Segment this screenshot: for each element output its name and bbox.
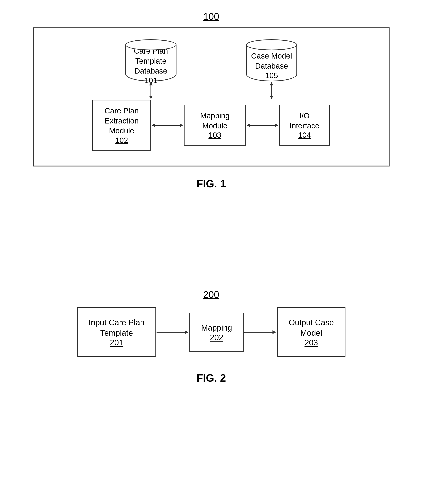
fig2-box1-label: Input Care PlanTemplate [89, 317, 145, 338]
svg-rect-4 [271, 85, 272, 96]
svg-marker-8 [180, 124, 183, 127]
svg-rect-1 [150, 85, 151, 96]
fig2-box2-label: Mapping [201, 323, 232, 333]
module1-label: Care PlanExtractionModule [100, 106, 143, 136]
module3-number: 104 [287, 131, 322, 140]
db1-arrow-svg [147, 81, 155, 100]
svg-marker-13 [185, 330, 188, 334]
fig1-diagram: 100 Care PlanTemplateDatabase 101 Case M… [33, 11, 390, 190]
fig2-box2-number: 202 [201, 333, 232, 342]
db2-cylinder: Case ModelDatabase 105 [242, 39, 301, 81]
db2-label: Case ModelDatabase [251, 51, 292, 71]
module2-number: 103 [192, 131, 238, 140]
m2-m3-arrow-svg [246, 122, 279, 129]
fig2-arrow1 [156, 329, 189, 336]
m2-m3-arrow [246, 122, 279, 129]
fig2-box3: Output CaseModel 203 [277, 307, 346, 357]
fig1-arrows-row [48, 81, 374, 100]
module2-label: MappingModule [192, 111, 238, 131]
svg-rect-12 [156, 332, 185, 333]
fig2-system-label: 200 [33, 289, 390, 300]
module1-box: Care PlanExtractionModule 102 [92, 100, 151, 151]
db1-arrow [122, 81, 180, 100]
module2-box: MappingModule 103 [184, 105, 246, 146]
svg-rect-10 [249, 125, 276, 126]
fig2-box1: Input Care PlanTemplate 201 [77, 307, 156, 357]
db1-body: Care PlanTemplateDatabase 101 [125, 45, 177, 81]
fig2-flow: Input Care PlanTemplate 201 Mapping 202 … [33, 307, 390, 357]
svg-rect-7 [154, 125, 180, 126]
m1-m2-arrow-svg [151, 122, 184, 129]
db2-top [246, 39, 297, 50]
m1-m2-arrow [151, 122, 184, 129]
fig1-system-label: 100 [33, 11, 390, 22]
fig2-box1-number: 201 [89, 338, 145, 347]
fig1-caption: FIG. 1 [33, 177, 390, 190]
fig2-arrow1-svg [156, 329, 189, 336]
fig1-outer-box: Care PlanTemplateDatabase 101 Case Model… [33, 27, 390, 167]
fig2-box3-number: 203 [289, 338, 334, 347]
svg-rect-14 [244, 332, 273, 333]
db1-top [125, 39, 177, 50]
svg-marker-5 [270, 96, 274, 99]
svg-marker-15 [273, 330, 276, 334]
db2-arrow-svg [268, 81, 275, 100]
fig1-top-row: Care PlanTemplateDatabase 101 Case Model… [48, 39, 374, 81]
svg-marker-11 [275, 124, 278, 127]
db2-body: Case ModelDatabase 105 [246, 45, 297, 81]
fig1-bottom-row: Care PlanExtractionModule 102 MappingMod… [48, 100, 374, 151]
module3-box: I/OInterface 104 [279, 105, 330, 146]
db2-arrow [242, 81, 301, 100]
module3-label: I/OInterface [287, 111, 322, 131]
db2-number: 105 [265, 71, 278, 80]
fig2-diagram: 200 Input Care PlanTemplate 201 Mapping … [33, 289, 390, 384]
fig2-box2: Mapping 202 [189, 313, 244, 352]
fig2-arrow2-svg [244, 329, 277, 336]
fig2-arrow2 [244, 329, 277, 336]
module1-number: 102 [100, 136, 143, 145]
db1-cylinder: Care PlanTemplateDatabase 101 [122, 39, 180, 81]
fig2-box3-label: Output CaseModel [289, 317, 334, 338]
fig2-caption: FIG. 2 [33, 372, 390, 384]
db1-label: Care PlanTemplateDatabase [134, 46, 168, 76]
svg-marker-2 [149, 96, 153, 99]
